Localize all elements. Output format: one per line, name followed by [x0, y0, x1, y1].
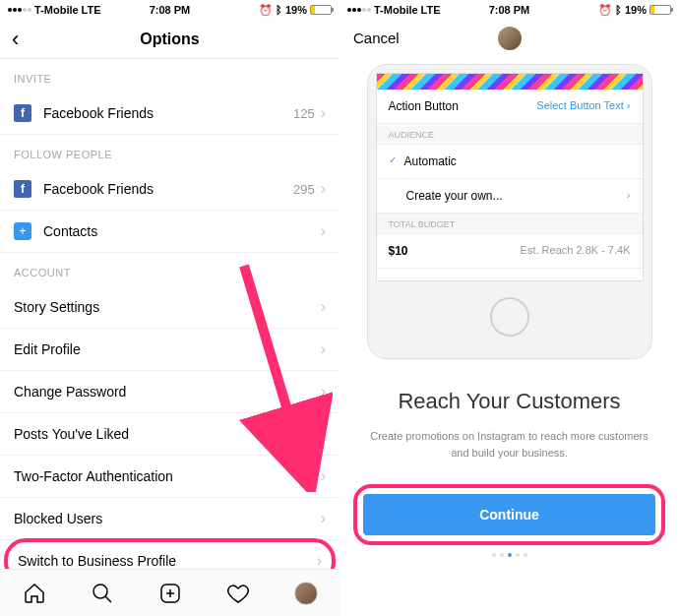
svg-point-1: [93, 585, 107, 598]
contacts-icon: +: [14, 222, 31, 240]
subtext: Create promotions on Instagram to reach …: [369, 428, 649, 461]
phone-mockup: Action Button Select Button Text › AUDIE…: [367, 64, 652, 359]
row-follow-facebook[interactable]: f Facebook Friends 295 ›: [0, 168, 340, 211]
mock-audience-header: AUDIENCE: [377, 124, 643, 145]
bluetooth-icon: ᛒ: [276, 4, 282, 16]
check-icon: ✓: [389, 154, 397, 168]
row-label: Facebook Friends: [43, 105, 293, 121]
continue-button[interactable]: Continue: [363, 494, 655, 535]
facebook-icon: f: [14, 180, 31, 198]
mock-budget-header: TOTAL BUDGET: [377, 214, 643, 234]
mock-auto-row: ✓ Automatic: [377, 145, 643, 179]
action-value: Select Button Text ›: [536, 99, 630, 113]
row-label: Blocked Users: [14, 511, 321, 526]
status-bar: T-Mobile LTE 7:08 PM ⏰ ᛒ 19%: [340, 0, 679, 20]
mock-action-row: Action Button Select Button Text ›: [377, 90, 643, 124]
alarm-icon: ⏰: [598, 4, 612, 17]
profile-tab-avatar[interactable]: [294, 582, 318, 605]
budget-value: $10: [389, 244, 408, 258]
facebook-icon: f: [14, 104, 31, 122]
add-tab-icon[interactable]: [158, 582, 182, 605]
chevron-right-icon: ›: [321, 222, 326, 240]
auto-label: Automatic: [404, 154, 457, 168]
chevron-right-icon: ›: [627, 189, 631, 203]
back-button[interactable]: ‹: [0, 27, 31, 52]
time-label: 7:08 PM: [489, 4, 530, 16]
row-blocked-users[interactable]: Blocked Users›: [0, 498, 340, 540]
signal-icon: [347, 8, 371, 12]
alarm-icon: ⏰: [259, 4, 273, 17]
action-label: Action Button: [389, 99, 459, 113]
annotation-arrow: [224, 256, 333, 492]
row-label: Contacts: [43, 223, 321, 239]
section-follow: FOLLOW PEOPLE: [0, 135, 340, 168]
network-label: LTE: [82, 4, 101, 16]
page-indicator: [340, 553, 679, 557]
row-label: Switch to Business Profile: [18, 553, 317, 569]
section-invite: INVITE: [0, 59, 340, 92]
chevron-right-icon: ›: [317, 552, 322, 569]
time-label: 7:08 PM: [150, 4, 191, 16]
svg-line-2: [105, 596, 111, 602]
battery-icon: [649, 5, 671, 15]
battery-pct: 19%: [625, 4, 647, 16]
svg-line-0: [244, 266, 303, 462]
row-value: 295: [293, 182, 315, 197]
page-title: Options: [140, 31, 199, 48]
annotation-highlight: Continue: [353, 484, 665, 545]
carrier-label: T-Mobile: [374, 4, 418, 16]
activity-tab-icon[interactable]: [226, 582, 250, 605]
chevron-right-icon: ›: [321, 180, 326, 198]
bluetooth-icon: ᛒ: [615, 4, 622, 16]
row-follow-contacts[interactable]: + Contacts ›: [0, 211, 340, 253]
mock-create-row: Create your own... ›: [377, 179, 643, 214]
home-tab-icon[interactable]: [23, 582, 46, 605]
tab-bar: [0, 569, 340, 616]
row-value: 125: [293, 106, 315, 121]
mock-banner: [377, 74, 643, 90]
search-tab-icon[interactable]: [91, 582, 114, 605]
battery-pct: 19%: [285, 4, 307, 16]
headline: Reach Your Customers: [340, 389, 679, 414]
nav-avatar: [498, 27, 522, 50]
chevron-right-icon: ›: [321, 510, 326, 527]
row-invite-facebook[interactable]: f Facebook Friends 125 ›: [0, 92, 340, 135]
screen-reach-customers: T-Mobile LTE 7:08 PM ⏰ ᛒ 19% Cancel Acti…: [340, 0, 679, 616]
create-label: Create your own...: [406, 189, 503, 203]
network-label: LTE: [421, 4, 441, 16]
status-bar: T-Mobile LTE 7:08 PM ⏰ ᛒ 19%: [0, 0, 340, 20]
chevron-right-icon: ›: [321, 104, 326, 122]
carrier-label: T-Mobile: [34, 4, 79, 16]
navbar: ‹ Options: [0, 20, 340, 59]
home-button-icon: [490, 297, 529, 337]
signal-icon: [8, 8, 31, 12]
reach-estimate: Est. Reach 2.8K - 7.4K: [521, 244, 631, 258]
screen-options: T-Mobile LTE 7:08 PM ⏰ ᛒ 19% ‹ Options I…: [0, 0, 340, 616]
mock-budget-row: $10 Est. Reach 2.8K - 7.4K: [377, 234, 643, 269]
row-label: Facebook Friends: [43, 181, 293, 197]
battery-icon: [310, 5, 332, 15]
row-switch-business[interactable]: Switch to Business Profile›: [4, 538, 336, 569]
